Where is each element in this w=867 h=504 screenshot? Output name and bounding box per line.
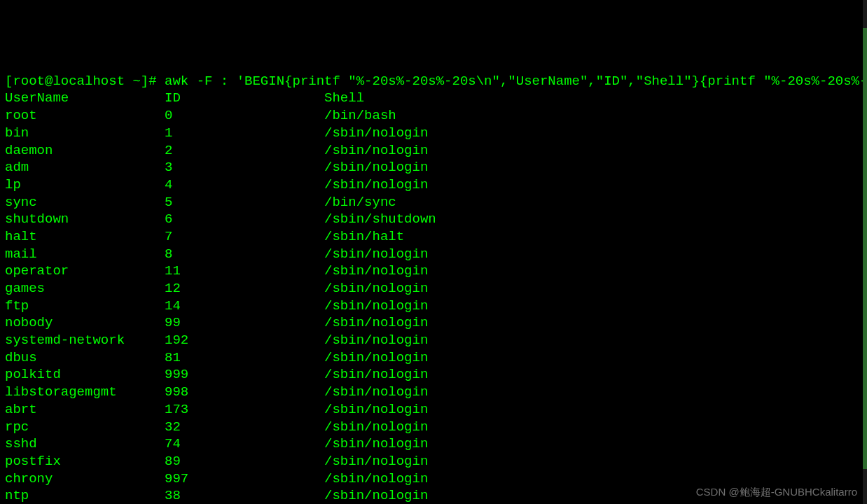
- cell-shell: /sbin/nologin: [324, 470, 484, 488]
- table-row: halt7/sbin/halt: [5, 229, 484, 244]
- prompt-line-1: [root@localhost ~]# awk -F : 'BEGIN{prin…: [5, 74, 867, 89]
- table-row: sshd74/sbin/nologin: [5, 436, 484, 451]
- cell-username: abrt: [5, 401, 165, 419]
- table-row: shutdown6/sbin/shutdown: [5, 211, 484, 227]
- cell-id: 99: [165, 314, 324, 332]
- header-id: ID: [165, 90, 324, 107]
- cell-id: 14: [165, 298, 324, 315]
- scrollbar-thumb[interactable]: [863, 28, 867, 469]
- cell-shell: /sbin/nologin: [324, 142, 484, 160]
- watermark: CSDN @鲍海超-GNUBHCkalitarro: [696, 485, 857, 499]
- cell-shell: /sbin/nologin: [324, 487, 484, 504]
- table-row: root0/bin/bash: [5, 108, 484, 123]
- cell-shell: /sbin/shutdown: [324, 211, 484, 228]
- table-row: sync5/bin/sync: [5, 195, 484, 210]
- cell-username: dbus: [5, 349, 165, 367]
- cell-username: adm: [5, 159, 165, 176]
- table-row: polkitd999/sbin/nologin: [5, 367, 484, 382]
- cell-id: 7: [165, 228, 324, 246]
- cell-id: 3: [165, 159, 324, 176]
- table-row: operator11/sbin/nologin: [5, 263, 484, 279]
- table-row: dbus81/sbin/nologin: [5, 350, 484, 365]
- table-row: ftp14/sbin/nologin: [5, 298, 484, 314]
- table-row: mail8/sbin/nologin: [5, 246, 484, 262]
- table-row: bin1/sbin/nologin: [5, 125, 484, 141]
- cell-id: 32: [165, 419, 324, 436]
- header-username: UserName: [5, 90, 165, 107]
- table-body: root0/bin/bash bin1/sbin/nologin daemon2…: [5, 107, 862, 504]
- cell-shell: /sbin/nologin: [324, 332, 484, 349]
- cell-id: 2: [165, 142, 324, 160]
- cell-shell: /sbin/nologin: [324, 280, 484, 298]
- cell-id: 12: [165, 280, 324, 298]
- terminal[interactable]: [root@localhost ~]# awk -F : 'BEGIN{prin…: [5, 73, 862, 504]
- cell-id: 4: [165, 176, 324, 194]
- table-row: rpc32/sbin/nologin: [5, 419, 484, 435]
- cell-shell: /bin/bash: [324, 107, 484, 125]
- cell-id: 38: [165, 487, 324, 504]
- cell-id: 89: [165, 453, 324, 470]
- table-row: postfix89/sbin/nologin: [5, 454, 484, 469]
- cell-username: ftp: [5, 298, 165, 315]
- table-header-row: UserNameIDShell: [5, 90, 484, 106]
- cell-id: 998: [165, 384, 324, 401]
- table-row: adm3/sbin/nologin: [5, 160, 484, 175]
- cell-username: rpc: [5, 419, 165, 436]
- cell-username: games: [5, 280, 165, 298]
- cell-shell: /sbin/nologin: [324, 349, 484, 367]
- cell-username: shutdown: [5, 211, 165, 228]
- cell-username: sync: [5, 194, 165, 211]
- cell-username: chrony: [5, 470, 165, 488]
- cell-username: daemon: [5, 142, 165, 160]
- cell-shell: /sbin/nologin: [324, 159, 484, 176]
- cell-username: systemd-network: [5, 332, 165, 349]
- cell-username: postfix: [5, 453, 165, 470]
- cell-id: 0: [165, 107, 324, 125]
- cell-username: ntp: [5, 487, 165, 504]
- cell-id: 74: [165, 435, 324, 453]
- table-row: abrt173/sbin/nologin: [5, 402, 484, 417]
- cell-shell: /sbin/nologin: [324, 314, 484, 332]
- cell-username: libstoragemgmt: [5, 384, 165, 401]
- cell-shell: /sbin/nologin: [324, 246, 484, 263]
- cell-shell: /sbin/nologin: [324, 419, 484, 436]
- cell-shell: /sbin/nologin: [324, 453, 484, 470]
- cell-shell: /sbin/halt: [324, 228, 484, 246]
- table-row: games12/sbin/nologin: [5, 281, 484, 296]
- cell-id: 81: [165, 349, 324, 367]
- cell-id: 1: [165, 125, 324, 142]
- cell-username: polkitd: [5, 366, 165, 384]
- cell-username: root: [5, 107, 165, 125]
- cell-username: sshd: [5, 435, 165, 453]
- table-row: nobody99/sbin/nologin: [5, 315, 484, 330]
- cell-shell: /sbin/nologin: [324, 125, 484, 142]
- cell-username: halt: [5, 228, 165, 246]
- table-row: daemon2/sbin/nologin: [5, 143, 484, 158]
- command-text: awk -F : 'BEGIN{printf "%-20s%-20s%-20s\…: [165, 74, 867, 89]
- prompt-prefix: [root@localhost ~]#: [5, 74, 165, 89]
- table-row: systemd-network192/sbin/nologin: [5, 332, 484, 348]
- cell-id: 999: [165, 366, 324, 384]
- cell-id: 192: [165, 332, 324, 349]
- cell-username: operator: [5, 262, 165, 280]
- cell-shell: /sbin/nologin: [324, 262, 484, 280]
- cell-shell: /bin/sync: [324, 194, 484, 211]
- cell-id: 173: [165, 401, 324, 419]
- header-shell: Shell: [324, 90, 484, 107]
- table-row: lp4/sbin/nologin: [5, 177, 484, 192]
- cell-id: 11: [165, 262, 324, 280]
- cell-shell: /sbin/nologin: [324, 401, 484, 419]
- cell-shell: /sbin/nologin: [324, 435, 484, 453]
- table-row: ntp38/sbin/nologin: [5, 488, 484, 503]
- cell-username: lp: [5, 176, 165, 194]
- cell-username: mail: [5, 246, 165, 263]
- cell-username: nobody: [5, 314, 165, 332]
- cell-username: bin: [5, 125, 165, 142]
- cell-shell: /sbin/nologin: [324, 176, 484, 194]
- scrollbar-track[interactable]: [863, 0, 867, 504]
- cell-id: 8: [165, 246, 324, 263]
- cell-id: 997: [165, 470, 324, 488]
- cell-id: 6: [165, 211, 324, 228]
- cell-shell: /sbin/nologin: [324, 384, 484, 401]
- cell-id: 5: [165, 194, 324, 211]
